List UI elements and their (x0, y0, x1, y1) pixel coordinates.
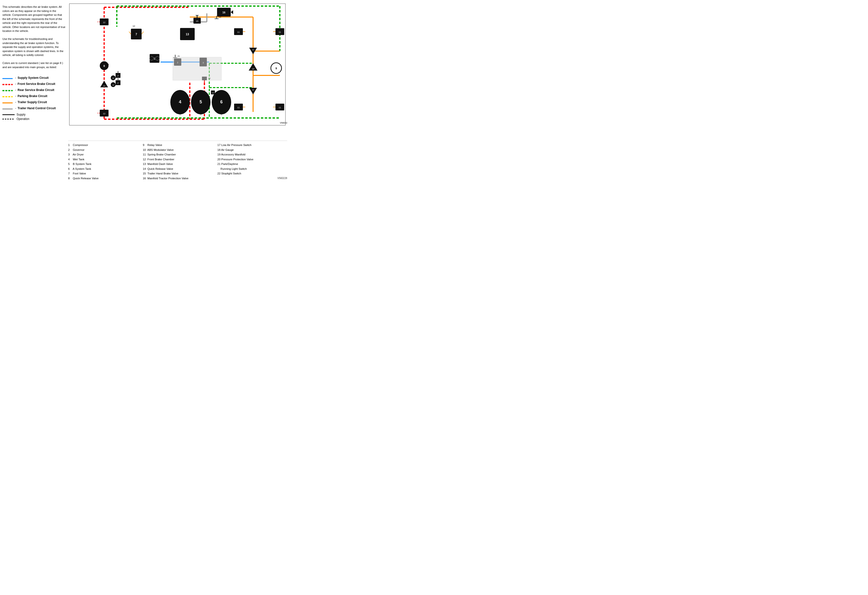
front-color-box (3, 84, 13, 85)
svg-text:17: 17 (117, 75, 119, 77)
parking-label: Parking Brake Circuit (18, 94, 47, 98)
svg-text:11: 11 (279, 31, 281, 33)
part-7: 7 Foot Valve (68, 171, 138, 176)
quick-release-8-symbol: 8 (100, 61, 109, 70)
diagram-ref: V560228 (280, 122, 287, 124)
svg-text:12: 12 (103, 21, 105, 24)
part-4: 4 Wet Tank (68, 157, 138, 162)
legend-item-front: - Front Service Brake Circuit (3, 82, 66, 85)
svg-text:+: + (200, 114, 201, 116)
legend-item-trailer-supply: - Trailer Supply Circuit (3, 100, 66, 104)
part-9: 9 Relay Valve (143, 143, 213, 148)
parking-color-box (3, 96, 13, 97)
trailer-supply-label: Trailer Supply Circuit (18, 100, 47, 104)
svg-text:4: 4 (179, 100, 181, 105)
svg-text:1: 1 (154, 57, 155, 60)
parts-col-2: 9 Relay Valve 10 ABS Modulator Valve 11 … (143, 143, 213, 181)
label-compressor: 1 (150, 55, 151, 57)
svg-text:+: + (221, 114, 222, 116)
parts-columns: 1 Compressor 2 Governor 3 Air Dryer 4 We… (68, 143, 287, 181)
foot-valve-symbol: 7 (129, 29, 143, 40)
svg-text:11: 11 (279, 106, 281, 109)
part-17: 17 Low Air Pressure Switch (217, 143, 287, 148)
solid-line-icon (3, 114, 15, 115)
legend-section: - Supply System Circuit - Front Service … (3, 76, 66, 121)
part-12: 12 Front Brake Chamber (143, 157, 213, 162)
label-8: 8 (108, 63, 109, 66)
part-3: 3 Air Dryer (68, 152, 138, 157)
rear-label: Rear Service Brake Circuit (18, 88, 54, 92)
svg-text:8: 8 (103, 65, 105, 68)
parts-col-3: 17 Low Air Pressure Switch 18 Air Gauge … (217, 143, 287, 181)
part-15: 15 Trailer Hand Brake Valve (143, 171, 213, 176)
part-14: 14 Quick Release Valve (143, 166, 213, 171)
part-13: 13 Manifold Dash Valve (143, 162, 213, 166)
legend-item-rear: - Rear Service Brake Circuit (3, 88, 66, 92)
svg-text:16: 16 (222, 11, 225, 14)
air-gauge-18b: 18 (111, 82, 115, 87)
supply-line-label: Supply (16, 113, 25, 116)
part-2: 2 Governor (68, 148, 138, 153)
part-8: 8 Quick Release Valve (68, 176, 138, 181)
manifold-dash-13: 13 (180, 28, 195, 40)
legend-item-supply: - Supply System Circuit (3, 76, 66, 80)
part-5: 5 B System Tank (68, 162, 138, 166)
part-21b: Running Light Switch (217, 166, 287, 171)
compressor-symbol: 1 (150, 54, 159, 63)
svg-text:10: 10 (252, 89, 254, 91)
main-content: 1 1 2 3 (68, 3, 287, 181)
front-label: Front Service Brake Circuit (18, 82, 55, 85)
parts-list: 1 Compressor 2 Governor 3 Air Dryer 4 We… (68, 141, 287, 181)
svg-text:17: 17 (117, 82, 119, 84)
operation-line-item: Operation (3, 117, 66, 121)
part-10: 10 ABS Modulator Valve (143, 148, 213, 153)
svg-text:15: 15 (196, 20, 198, 22)
svg-text:20: 20 (216, 92, 217, 94)
page-container: This schematic describes the air brake s… (3, 3, 287, 181)
left-panel: This schematic describes the air brake s… (3, 3, 66, 181)
svg-text:11: 11 (237, 106, 240, 109)
part-11: 11 Spring Brake Chamber (143, 152, 213, 157)
desc-line2: Use the schematic for troubleshooting an… (3, 37, 66, 57)
svg-text:18: 18 (112, 84, 114, 86)
part-21: 21 Park/Daytime (217, 162, 287, 166)
label-7: 7 (133, 32, 134, 34)
trailer-hand-label: Trailer Hand Control Circuit (18, 106, 56, 110)
svg-text:11: 11 (237, 31, 240, 33)
operation-line-label: Operation (16, 117, 30, 121)
svg-text:14: 14 (252, 68, 254, 70)
parts-col-1: 1 Compressor 2 Governor 3 Air Dryer 4 We… (68, 143, 138, 181)
diagram-area: 1 1 2 3 (68, 3, 287, 138)
part-18: 18 Air Gauge (217, 148, 287, 153)
svg-text:21: 21 (178, 55, 180, 57)
legend-item-parking: - Parking Brake Circuit (3, 94, 66, 98)
part-16: 16 Manifold Tractor Protection Valve (143, 176, 213, 181)
diagram-ref-note: V560228 (217, 176, 287, 180)
description-text: This schematic describes the air brake s… (3, 5, 66, 69)
line-legend: Supply Operation (3, 113, 66, 121)
part-20: 20 Pressure Protection Valve (217, 157, 287, 162)
svg-text:12: 12 (103, 112, 105, 115)
trailer-supply-color-box (3, 102, 13, 103)
legend-item-trailer-hand: - Trailer Hand Control Circuit (3, 106, 66, 110)
svg-text:18: 18 (112, 77, 114, 79)
svg-text:10: 10 (252, 49, 254, 51)
trailer-hand-color-box (3, 109, 13, 109)
svg-text:+: + (180, 114, 181, 116)
svg-text:7: 7 (136, 32, 137, 36)
svg-text:13: 13 (186, 32, 189, 36)
dashed-line-icon (3, 119, 15, 119)
part-22: 22 Stoplight Switch (217, 171, 287, 176)
supply-color-box (3, 78, 13, 79)
supply-label: Supply System Circuit (18, 76, 49, 80)
svg-text:5: 5 (199, 100, 202, 105)
desc-line3: Colors are to current standard ( see lis… (3, 61, 66, 69)
svg-text:9: 9 (276, 67, 277, 70)
air-gauge-18a: 18 (111, 75, 115, 80)
rear-color-box (3, 90, 13, 91)
supply-line-item: Supply (3, 113, 66, 116)
part-19: 19 Accessory Manifold (217, 152, 287, 157)
svg-text:20: 20 (212, 92, 214, 94)
part-6: 6 A System Tank (68, 166, 138, 171)
desc-line1: This schematic describes the air brake s… (3, 5, 66, 33)
